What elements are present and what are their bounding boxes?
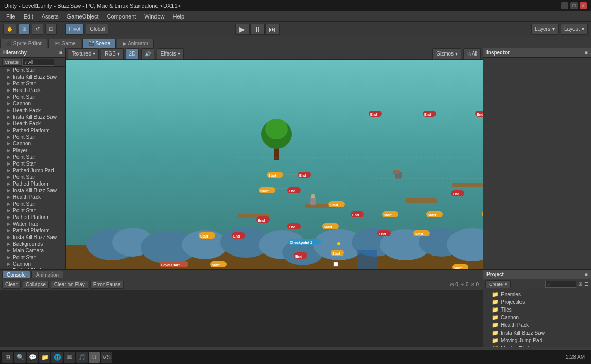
- close-button[interactable]: ✕: [580, 2, 587, 9]
- proj-moving-platform[interactable]: 📁 Moving Platform: [483, 344, 591, 347]
- taskbar-files[interactable]: 📁: [39, 352, 50, 363]
- project-icon2[interactable]: ☰: [584, 281, 589, 287]
- tab-console[interactable]: Console: [2, 271, 30, 278]
- menu-assets[interactable]: Assets: [38, 12, 63, 21]
- taskbar-vs[interactable]: VS: [101, 352, 112, 363]
- taskbar-search[interactable]: 🔍: [14, 352, 26, 363]
- hier-pathed-platform-5[interactable]: ▶Pathed Platform: [0, 267, 65, 269]
- hier-insta-kill-4[interactable]: ▶Insta Kill Buzz Saw: [0, 234, 65, 241]
- move-tool[interactable]: ⊞: [19, 24, 30, 35]
- hier-water-trap-1[interactable]: ▶Water Trap: [0, 221, 65, 227]
- hierarchy-search-input[interactable]: [22, 59, 54, 66]
- taskbar-chat[interactable]: 💬: [27, 352, 38, 363]
- project-create-btn[interactable]: Create ▾: [485, 280, 511, 288]
- hier-point-star-9[interactable]: ▶Point Star: [0, 207, 65, 214]
- tab-scene[interactable]: 🎬 Scene: [82, 39, 116, 48]
- rotate-tool[interactable]: ↺: [32, 24, 43, 35]
- taskbar-unity[interactable]: U: [89, 352, 100, 363]
- textured-dropdown[interactable]: Textured ▾: [68, 48, 99, 60]
- proj-insta-kill[interactable]: 📁 Insta Kill Buzz Saw: [483, 329, 591, 337]
- collapse-button[interactable]: Collapse: [23, 281, 49, 289]
- menu-help[interactable]: Help: [168, 12, 188, 21]
- clear-on-play-button[interactable]: Clear on Play: [51, 281, 88, 289]
- error-indicator: ⊙ 0: [450, 282, 458, 287]
- hier-point-star-3[interactable]: ▶Point Star: [0, 94, 65, 100]
- hier-cannon-3[interactable]: ▶Cannon: [0, 261, 65, 267]
- audio-button[interactable]: 🔊: [141, 48, 154, 60]
- proj-enemies[interactable]: 📁 Enemies: [483, 290, 591, 298]
- hier-cannon-2[interactable]: ▶Cannon: [0, 140, 65, 147]
- proj-tiles[interactable]: 📁 Tiles: [483, 306, 591, 314]
- proj-moving-jump-pad[interactable]: 📁 Moving Jump Pad: [483, 337, 591, 344]
- inspector-header: Inspector ≡: [483, 48, 591, 58]
- maximize-button[interactable]: □: [570, 2, 578, 9]
- project-search-input[interactable]: [545, 281, 576, 288]
- clear-button[interactable]: Clear: [2, 281, 21, 289]
- pause-button[interactable]: ⏸: [250, 24, 265, 35]
- menu-window[interactable]: Window: [140, 12, 168, 21]
- hier-insta-kill-3[interactable]: ▶Insta Kill Buzz Saw: [0, 187, 65, 194]
- inspector-menu-icon[interactable]: ≡: [585, 50, 588, 56]
- taskbar-mail[interactable]: ✉: [64, 352, 75, 363]
- hier-health-pack-4[interactable]: ▶Health Pack: [0, 194, 65, 201]
- scale-tool[interactable]: ⊡: [45, 24, 57, 35]
- tab-animation[interactable]: Animation: [31, 271, 63, 278]
- hier-cannon-1[interactable]: ▶Cannon: [0, 100, 65, 107]
- hier-point-star-6[interactable]: ▶Point Star: [0, 160, 65, 167]
- hier-health-pack-2[interactable]: ▶Health Pack: [0, 107, 65, 114]
- hier-point-star-5[interactable]: ▶Point Star: [0, 154, 65, 160]
- rgb-dropdown[interactable]: RGB ▾: [101, 48, 123, 60]
- window-controls[interactable]: — □ ✕: [561, 2, 587, 9]
- hand-tool[interactable]: ✋: [3, 24, 16, 35]
- global-button[interactable]: Global: [86, 24, 108, 35]
- play-button[interactable]: ▶: [235, 24, 250, 35]
- hier-point-star-1[interactable]: ▶Point Star: [0, 67, 65, 74]
- hier-pathed-platform-3[interactable]: ▶Pathed Platform: [0, 214, 65, 221]
- hier-health-pack-1[interactable]: ▶Health Pack: [0, 87, 65, 94]
- tab-game[interactable]: 🎮 Game: [48, 39, 81, 48]
- hier-point-star-2[interactable]: ▶Point Star: [0, 80, 65, 87]
- tab-sprite-editor[interactable]: ⬛ Sprite Editor: [0, 39, 47, 48]
- hierarchy-create[interactable]: Create: [2, 59, 21, 66]
- proj-cannon[interactable]: 📁 Cannon: [483, 314, 591, 321]
- menu-gameobject[interactable]: GameObject: [63, 12, 103, 21]
- hier-insta-kill-2[interactable]: ▶Insta Kill Buzz Saw: [0, 114, 65, 120]
- hier-pathed-jump-pad-1[interactable]: ▶Pathed Jump Pad: [0, 167, 65, 174]
- pivot-button[interactable]: Pivot: [65, 24, 84, 35]
- scene-view[interactable]: Start End Start End Start End End Start: [66, 60, 483, 269]
- taskbar-music[interactable]: 🎵: [76, 352, 88, 363]
- hier-main-camera[interactable]: ▶Main Camera: [0, 247, 65, 254]
- hierarchy-menu-icon[interactable]: ≡: [59, 50, 62, 56]
- layout-dropdown[interactable]: Layout▾: [561, 24, 588, 35]
- menu-edit[interactable]: Edit: [20, 12, 38, 21]
- hier-pathed-platform-2[interactable]: ▶Pathed Platform: [0, 180, 65, 187]
- all-filter[interactable]: ☆All: [463, 48, 481, 60]
- menu-file[interactable]: File: [2, 12, 20, 21]
- hier-pathed-platform-4[interactable]: ▶Pathed Platform: [0, 227, 65, 234]
- hier-point-star-10[interactable]: ▶Point Star: [0, 254, 65, 261]
- hier-player[interactable]: ▶Player: [0, 147, 65, 154]
- 2d-button[interactable]: 2D: [126, 48, 140, 60]
- tab-animator[interactable]: ▶ Animator: [117, 39, 154, 48]
- proj-health-pack[interactable]: 📁 Health Pack: [483, 321, 591, 329]
- taskbar-start[interactable]: ⊞: [2, 352, 13, 363]
- hier-point-star-8[interactable]: ▶Point Star: [0, 201, 65, 207]
- hier-pathed-platform-1[interactable]: ▶Pathed Platform: [0, 127, 65, 134]
- hier-point-star-7[interactable]: ▶Point Star: [0, 174, 65, 180]
- project-title: Project: [486, 271, 504, 277]
- hier-backgrounds[interactable]: ▶Backgrounds: [0, 241, 65, 247]
- gizmos-dropdown[interactable]: Gizmos ▾: [432, 48, 461, 60]
- proj-projectiles[interactable]: 📁 Projectiles: [483, 298, 591, 306]
- minimize-button[interactable]: —: [561, 2, 568, 9]
- hier-insta-kill-1[interactable]: ▶Insta Kill Buzz Saw: [0, 74, 65, 80]
- effects-dropdown[interactable]: Effects ▾: [157, 48, 183, 60]
- hier-health-pack-3[interactable]: ▶Health Pack: [0, 120, 65, 127]
- error-pause-button[interactable]: Error Pause: [90, 281, 124, 289]
- step-button[interactable]: ⏭: [265, 24, 280, 35]
- project-menu-icon[interactable]: ≡: [585, 271, 588, 277]
- hier-point-star-4[interactable]: ▶Point Star: [0, 134, 65, 140]
- menu-component[interactable]: Component: [102, 12, 140, 21]
- taskbar-browser[interactable]: 🌐: [51, 352, 63, 363]
- layers-dropdown[interactable]: Layers▾: [531, 24, 559, 35]
- project-icon1[interactable]: ⊞: [578, 281, 582, 287]
